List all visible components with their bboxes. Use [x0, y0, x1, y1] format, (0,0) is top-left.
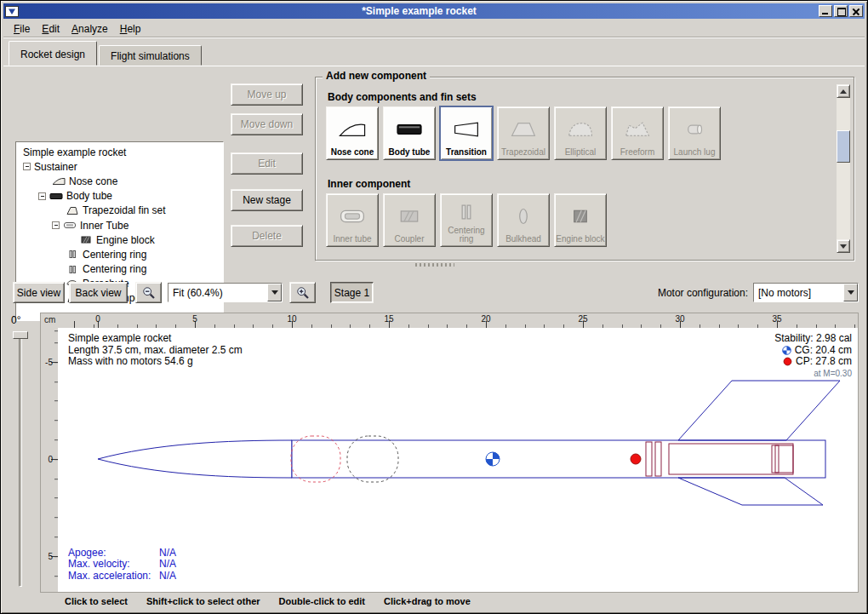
cp-value: CP: 27.8 cm	[796, 356, 852, 368]
ruler-unit-label: cm	[41, 313, 58, 328]
max-acceleration-label: Max. acceleration:	[68, 571, 159, 582]
centering-ring-icon	[66, 250, 79, 259]
menu-edit[interactable]: Edit	[36, 20, 66, 37]
tree-item-centering-ring-1[interactable]: Centering ring	[20, 247, 223, 261]
add-bulkhead-button[interactable]: Bulkhead	[497, 193, 550, 247]
body-tube-icon	[395, 110, 424, 148]
maximize-button[interactable]	[834, 5, 848, 17]
add-component-title: Add new component	[323, 70, 430, 82]
edit-button[interactable]: Edit	[231, 152, 303, 175]
menu-help[interactable]: Help	[114, 20, 147, 37]
move-up-button[interactable]: Move up	[231, 83, 303, 106]
titlebar[interactable]: *Simple example rocket	[3, 3, 865, 19]
v-tick-label: -5	[45, 358, 53, 367]
zoom-out-icon	[142, 286, 156, 300]
rotation-slider-thumb[interactable]	[13, 331, 28, 339]
body-component-buttons: Nose cone Body tube Transition	[326, 106, 721, 160]
h-tick-label: 0	[95, 314, 100, 324]
zoom-select[interactable]: Fit (60.4%)	[168, 283, 283, 302]
tree-item-label: Centering ring	[83, 263, 146, 275]
add-inner-tube-button[interactable]: Inner tube	[326, 193, 379, 247]
tree-item-rocket[interactable]: Simple example rocket	[20, 145, 223, 159]
tree-item-inner-tube[interactable]: Inner Tube	[20, 218, 223, 232]
add-body-tube-button[interactable]: Body tube	[383, 106, 436, 160]
add-engine-block-button[interactable]: Engine block	[554, 193, 607, 247]
menubar: File Edit Analyze Help	[3, 20, 865, 38]
tree-item-label: Sustainer	[34, 161, 77, 173]
body-components-section-label: Body components and fin sets	[328, 91, 477, 103]
scroll-down-button[interactable]	[837, 239, 850, 253]
tree-item-engine-block[interactable]: Engine block	[20, 232, 223, 247]
motor-configuration-select[interactable]: [No motors]	[753, 283, 859, 302]
back-view-button[interactable]: Back view	[69, 282, 128, 303]
move-down-button[interactable]: Move down	[231, 113, 303, 135]
engine-block-icon	[79, 235, 93, 244]
add-freeform-fin-button[interactable]: Freeform	[611, 106, 664, 160]
scrollbar-thumb[interactable]	[837, 130, 850, 163]
delete-button[interactable]: Delete	[231, 225, 303, 247]
add-elliptical-fin-button[interactable]: Elliptical	[554, 106, 607, 160]
zoom-in-button[interactable]	[289, 282, 316, 303]
tree-item-nose-cone[interactable]: Nose cone	[20, 174, 223, 188]
bulkhead-icon	[509, 197, 538, 235]
rocket-mass: Mass with no motors 54.6 g	[68, 356, 243, 368]
collapse-icon[interactable]	[52, 221, 60, 229]
flight-data: Apogee: N/A Max. velocity: N/A Max. acce…	[68, 548, 176, 582]
max-velocity-label: Max. velocity:	[68, 559, 159, 571]
add-nose-cone-button[interactable]: Nose cone	[326, 106, 379, 160]
zoom-value: Fit (60.4%)	[168, 287, 267, 299]
add-coupler-button[interactable]: Coupler	[383, 193, 436, 247]
dropdown-button[interactable]	[843, 284, 858, 301]
rocket-canvas: cm 0 5 10 15 20 25 30 35 -5 0 5	[40, 313, 859, 593]
stage-1-toggle[interactable]: Stage 1	[330, 282, 374, 303]
zoom-out-button[interactable]	[135, 282, 162, 303]
new-stage-button[interactable]: New stage	[231, 189, 303, 211]
app-window: *Simple example rocket File Edit Analyze…	[0, 0, 868, 614]
side-view-button[interactable]: Side view	[13, 282, 65, 303]
minimize-button[interactable]	[819, 5, 832, 17]
tree-item-centering-ring-2[interactable]: Centering ring	[20, 262, 223, 277]
tab-flight-simulations[interactable]: Flight simulations	[99, 45, 202, 66]
add-trapezoidal-fin-button[interactable]: Trapezoidal	[497, 106, 550, 160]
rocket-drawing-area[interactable]: Simple example rocket Length 37.5 cm, ma…	[58, 328, 858, 592]
arrow-down-icon	[840, 244, 847, 249]
collapse-icon[interactable]	[38, 192, 46, 200]
add-launch-lug-button[interactable]: Launch lug	[668, 106, 721, 160]
inner-component-section-label: Inner component	[328, 178, 410, 190]
splitter-handle[interactable]	[415, 263, 454, 267]
scroll-up-button[interactable]	[837, 84, 850, 98]
h-tick-label: 5	[192, 314, 197, 324]
tab-rocket-design[interactable]: Rocket design	[9, 41, 97, 66]
hint-shift-click: Shift+click to select other	[146, 596, 260, 606]
add-centering-ring-button[interactable]: Centering ring	[440, 193, 493, 247]
hint-click-select: Click to select	[65, 596, 128, 606]
rocket-figure	[58, 328, 858, 592]
tree-item-label: Body tube	[66, 190, 112, 202]
add-transition-button[interactable]: Transition	[440, 106, 493, 160]
coupler-icon	[395, 197, 424, 235]
rocket-info: Simple example rocket Length 37.5 cm, ma…	[68, 333, 243, 368]
collapse-icon[interactable]	[23, 163, 31, 170]
max-velocity-value: N/A	[159, 559, 176, 571]
nose-cone-icon	[338, 110, 367, 148]
menu-file[interactable]: File	[8, 20, 36, 37]
mach-condition: at M=0.30	[774, 368, 852, 380]
tree-item-sustainer[interactable]: Sustainer	[20, 159, 223, 174]
h-tick-label: 35	[772, 314, 781, 324]
rotation-slider-track[interactable]	[19, 335, 22, 587]
close-button[interactable]	[849, 5, 863, 17]
window-icon[interactable]	[5, 6, 19, 17]
menu-analyze[interactable]: Analyze	[66, 20, 114, 37]
tab-strip: Rocket design Flight simulations	[9, 41, 203, 66]
transition-icon	[452, 110, 481, 148]
tree-item-fin-set[interactable]: Trapezoidal fin set	[20, 204, 223, 218]
rotation-value: 0°	[11, 314, 20, 326]
cg-marker	[486, 452, 500, 466]
body-tube-icon	[49, 192, 63, 201]
tree-item-label: Engine block	[96, 234, 155, 246]
chevron-down-icon	[848, 290, 854, 295]
tree-item-body-tube[interactable]: Body tube	[20, 189, 223, 204]
dropdown-button[interactable]	[267, 284, 282, 301]
vertical-ruler: -5 0 5	[41, 328, 58, 592]
component-panel-scrollbar[interactable]	[837, 84, 850, 253]
